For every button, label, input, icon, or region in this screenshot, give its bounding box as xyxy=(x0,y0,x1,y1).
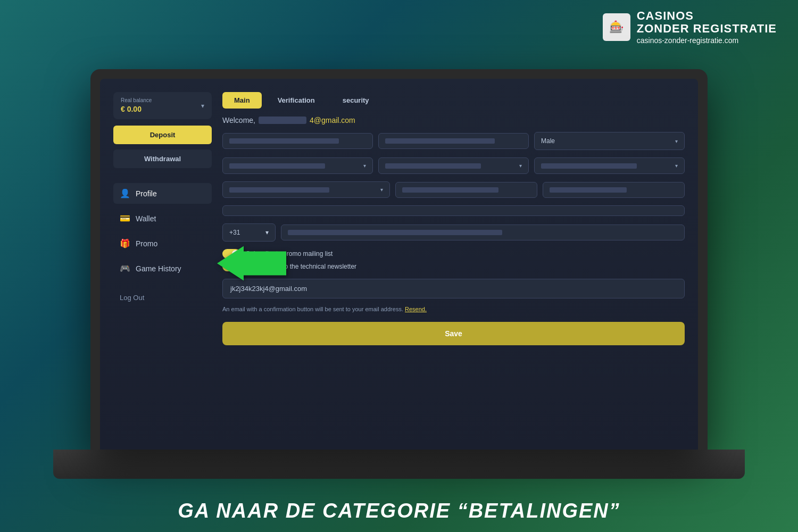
brand-name-line1: CASINOS ZONDER REGISTRATIE xyxy=(637,10,777,35)
laptop-base xyxy=(53,450,745,479)
text-field-2[interactable] xyxy=(543,182,685,198)
laptop-frame: Real balance € 0.00 ▾ Deposit Withdrawal… xyxy=(90,69,708,450)
form-row-phone: +31 ▾ xyxy=(222,223,685,242)
phone-prefix-field[interactable]: +31 ▾ xyxy=(222,223,276,242)
welcome-email: 4@gmail.com xyxy=(310,116,355,124)
select-field-4[interactable]: ▾ xyxy=(222,181,390,198)
gender-chevron-icon: ▾ xyxy=(675,138,678,144)
text-field-1[interactable] xyxy=(395,182,537,198)
sidebar-item-wallet-label: Wallet xyxy=(136,214,156,223)
balance-info: Real balance € 0.00 xyxy=(121,97,152,114)
select1-redacted xyxy=(229,163,325,169)
form-row-selects: ▾ ▾ ▾ xyxy=(222,157,685,174)
tab-security[interactable]: security xyxy=(331,92,381,109)
branding-area: 🎰 CASINOS ZONDER REGISTRATIE casinos-zon… xyxy=(603,10,777,45)
toggle-promo-row: Subscribe to promo mailing list xyxy=(222,249,685,259)
green-arrow xyxy=(217,246,286,282)
sidebar-item-profile-label: Profile xyxy=(136,189,157,198)
first-name-field[interactable] xyxy=(222,133,373,149)
gender-field[interactable]: Male ▾ xyxy=(534,132,685,150)
select4-chevron-icon: ▾ xyxy=(380,187,383,193)
screen-content: Real balance € 0.00 ▾ Deposit Withdrawal… xyxy=(100,79,698,450)
bottom-caption: GA NAAR DE CATEGORIE “BETALINGEN” xyxy=(0,500,798,522)
tab-bar: Main Verification security xyxy=(222,92,685,109)
sidebar-item-profile[interactable]: 👤 Profile xyxy=(113,183,212,204)
sidebar-item-game-history[interactable]: 🎮 Game History xyxy=(113,258,212,279)
brand-url: casinos-zonder-registratie.com xyxy=(637,36,777,45)
email-display-value: jk2j34k23kj4@gmail.com xyxy=(230,285,307,293)
form-row-mixed: ▾ xyxy=(222,181,685,198)
phone-number-redacted xyxy=(288,230,502,235)
sidebar: Real balance € 0.00 ▾ Deposit Withdrawal… xyxy=(113,92,212,436)
select3-redacted xyxy=(541,163,637,169)
laptop-screen: Real balance € 0.00 ▾ Deposit Withdrawal… xyxy=(100,79,698,450)
select-field-3[interactable]: ▾ xyxy=(534,157,685,174)
game-history-icon: 🎮 xyxy=(120,263,130,273)
sidebar-item-promo[interactable]: 🎁 Promo xyxy=(113,233,212,254)
text1-redacted xyxy=(402,187,498,193)
tab-verification[interactable]: Verification xyxy=(266,92,327,109)
sidebar-item-game-history-label: Game History xyxy=(136,264,181,273)
resend-link[interactable]: Resend. xyxy=(405,306,427,312)
sidebar-item-wallet[interactable]: 💳 Wallet xyxy=(113,208,212,229)
phone-prefix-chevron-icon: ▾ xyxy=(265,229,269,236)
save-button[interactable]: Save xyxy=(222,322,685,345)
welcome-line: Welcome, 4@gmail.com xyxy=(222,116,685,124)
toggle-section: Subscribe to promo mailing list Subscrip… xyxy=(222,249,685,271)
form-row-name: Male ▾ xyxy=(222,132,685,150)
address-field[interactable] xyxy=(222,205,685,216)
select2-redacted xyxy=(385,163,481,169)
confirmation-note: An email with a confirmation button will… xyxy=(222,306,685,312)
profile-icon: 👤 xyxy=(120,188,130,198)
toggle-tech-row: Subscription to the technical newsletter xyxy=(222,262,685,271)
email-display-field: jk2j34k23kj4@gmail.com xyxy=(222,279,685,298)
withdrawal-button[interactable]: Withdrawal xyxy=(113,149,212,168)
balance-box[interactable]: Real balance € 0.00 ▾ xyxy=(113,92,212,119)
slot-machine-icon: 🎰 xyxy=(609,20,624,34)
sidebar-item-promo-label: Promo xyxy=(136,239,157,248)
main-panel: Main Verification security Welcome, 4@gm… xyxy=(222,92,685,436)
promo-icon: 🎁 xyxy=(120,238,130,248)
gender-value: Male xyxy=(541,137,555,145)
select-field-2[interactable]: ▾ xyxy=(378,157,529,174)
phone-number-field[interactable] xyxy=(281,225,685,240)
welcome-prefix: Welcome, xyxy=(222,116,255,124)
wallet-icon: 💳 xyxy=(120,213,130,223)
brand-text: CASINOS ZONDER REGISTRATIE casinos-zonde… xyxy=(637,10,777,45)
tab-main[interactable]: Main xyxy=(222,92,262,109)
select2-chevron-icon: ▾ xyxy=(519,163,522,169)
balance-chevron-icon: ▾ xyxy=(201,102,204,110)
first-name-redacted xyxy=(229,138,339,144)
select3-chevron-icon: ▾ xyxy=(675,163,678,169)
last-name-field[interactable] xyxy=(378,133,529,149)
svg-marker-0 xyxy=(217,246,286,280)
select1-chevron-icon: ▾ xyxy=(363,163,366,169)
select-field-1[interactable]: ▾ xyxy=(222,157,373,174)
deposit-button[interactable]: Deposit xyxy=(113,126,212,144)
balance-amount: € 0.00 xyxy=(121,105,142,113)
last-name-redacted xyxy=(385,138,495,144)
balance-label: Real balance xyxy=(121,97,152,103)
text2-redacted xyxy=(550,187,627,193)
logout-button[interactable]: Log Out xyxy=(113,289,212,306)
username-redacted xyxy=(259,117,306,124)
phone-prefix-value: +31 xyxy=(229,229,240,236)
select4-redacted xyxy=(229,187,329,193)
brand-logo: 🎰 xyxy=(603,13,630,41)
